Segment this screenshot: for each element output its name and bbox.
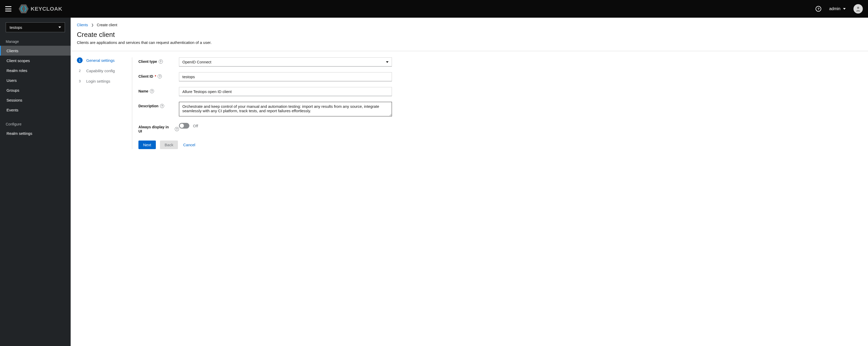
svg-point-3: [857, 7, 859, 9]
required-marker: *: [155, 74, 156, 78]
sidebar-item-label: Realm settings: [6, 131, 32, 135]
sidebar-item-clients[interactable]: Clients: [0, 46, 71, 56]
help-icon[interactable]: ?: [150, 89, 154, 93]
step-number: 3: [77, 78, 83, 84]
sidebar-item-label: Events: [6, 108, 19, 112]
client-id-input[interactable]: [179, 72, 392, 81]
toggle-knob: [180, 124, 184, 128]
sidebar-item-label: Users: [6, 78, 17, 83]
name-input[interactable]: [179, 87, 392, 96]
toggle-state-text: Off: [193, 124, 198, 128]
description-textarea[interactable]: [179, 102, 392, 116]
client-type-select[interactable]: OpenID Connect: [179, 57, 392, 66]
brand-text: KEYCLOAK: [31, 6, 62, 12]
sidebar-item-events[interactable]: Events: [0, 105, 71, 115]
sidebar-item-label: Sessions: [6, 98, 22, 102]
realm-selected-value: testops: [10, 25, 22, 30]
help-icon[interactable]: ?: [159, 60, 163, 64]
user-name: admin: [829, 6, 840, 11]
page-title: Create client: [77, 31, 862, 39]
wizard-step-login-settings[interactable]: 3 Login settings: [77, 78, 126, 84]
chevron-down-icon: [58, 27, 61, 28]
step-label: Capability config: [86, 69, 115, 73]
main-content: Clients ❯ Create client Create client Cl…: [71, 18, 868, 346]
wizard-button-row: Next Back Cancel: [138, 140, 392, 149]
wizard-step-capability-config[interactable]: 2 Capability config: [77, 68, 126, 73]
sidebar-item-realm-settings[interactable]: Realm settings: [0, 128, 71, 138]
step-label: Login settings: [86, 79, 111, 83]
sidebar-section-configure: Configure: [0, 120, 71, 128]
next-button[interactable]: Next: [138, 140, 156, 149]
wizard-nav: 1 General settings 2 Capability config 3…: [77, 57, 132, 149]
always-display-toggle[interactable]: [179, 123, 189, 129]
keycloak-mark-icon: [19, 4, 29, 13]
breadcrumb: Clients ❯ Create client: [71, 18, 868, 29]
help-icon[interactable]: ?: [160, 104, 164, 108]
client-type-label: Client type ?: [138, 57, 179, 64]
cancel-button[interactable]: Cancel: [182, 140, 196, 149]
help-icon[interactable]: ?: [815, 6, 821, 12]
name-label: Name ?: [138, 87, 179, 93]
page-header: Create client Clients are applications a…: [71, 29, 868, 51]
client-type-value: OpenID Connect: [182, 60, 211, 64]
brand-logo[interactable]: KEYCLOAK: [19, 4, 62, 13]
page-description: Clients are applications and services th…: [77, 40, 862, 45]
sidebar-item-client-scopes[interactable]: Client scopes: [0, 56, 71, 65]
client-id-label: Client ID * ?: [138, 72, 179, 78]
chevron-down-icon: [386, 61, 389, 63]
breadcrumb-link-clients[interactable]: Clients: [77, 23, 88, 27]
always-display-label: Always display in UI ?: [138, 123, 179, 133]
hamburger-menu-icon[interactable]: [5, 6, 11, 11]
help-icon[interactable]: ?: [175, 127, 179, 131]
sidebar-item-users[interactable]: Users: [0, 75, 71, 85]
step-label: General settings: [86, 58, 115, 63]
user-menu[interactable]: admin: [829, 6, 846, 11]
sidebar-section-manage: Manage: [0, 37, 71, 46]
avatar[interactable]: [854, 4, 863, 13]
realm-selector[interactable]: testops: [6, 22, 65, 32]
description-label: Description ?: [138, 102, 179, 108]
user-icon: [855, 6, 861, 12]
sidebar-item-groups[interactable]: Groups: [0, 85, 71, 95]
wizard-form: Client type ? OpenID Connect Clien: [132, 57, 392, 149]
sidebar-item-sessions[interactable]: Sessions: [0, 95, 71, 105]
chevron-right-icon: ❯: [91, 23, 94, 27]
sidebar: testops Manage Clients Client scopes Rea…: [0, 18, 71, 346]
app-header: KEYCLOAK ? admin: [0, 0, 868, 18]
step-number: 2: [77, 68, 83, 73]
back-button: Back: [160, 140, 178, 149]
sidebar-item-label: Clients: [6, 49, 19, 53]
sidebar-item-label: Realm roles: [6, 68, 27, 73]
sidebar-item-label: Client scopes: [6, 58, 30, 63]
help-icon[interactable]: ?: [158, 74, 162, 78]
sidebar-item-realm-roles[interactable]: Realm roles: [0, 65, 71, 75]
step-number: 1: [77, 57, 83, 63]
svg-marker-0: [19, 4, 29, 13]
wizard-step-general-settings[interactable]: 1 General settings: [77, 57, 126, 63]
chevron-down-icon: [843, 8, 846, 10]
sidebar-item-label: Groups: [6, 88, 19, 92]
breadcrumb-current: Create client: [97, 23, 117, 27]
